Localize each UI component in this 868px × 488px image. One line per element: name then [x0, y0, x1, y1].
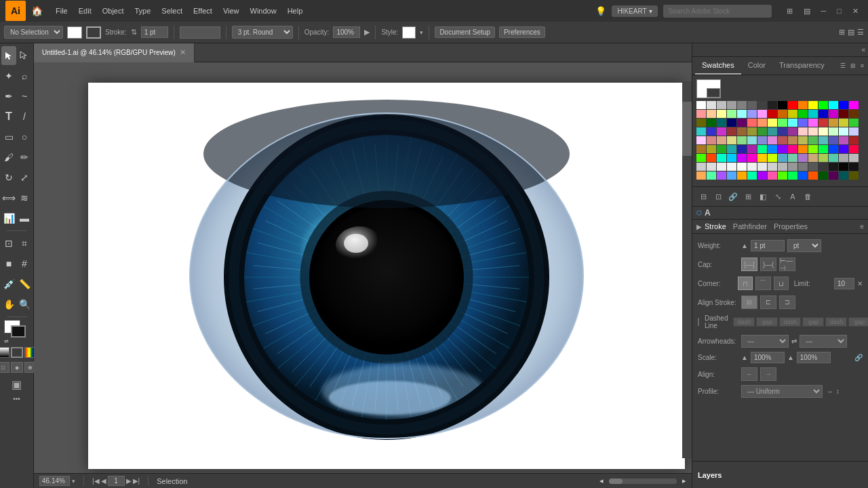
lasso-tool[interactable]: ⌕ [17, 66, 32, 85]
color-swatch-51[interactable] [727, 127, 736, 136]
width-tool[interactable]: ⟺ [1, 188, 16, 207]
color-swatch-140[interactable] [818, 171, 828, 180]
color-swatch-4[interactable] [737, 101, 747, 109]
color-swatch-17[interactable] [707, 110, 716, 118]
color-swatch-72[interactable] [778, 136, 787, 144]
color-swatch-12[interactable] [818, 101, 828, 109]
char-style-icon[interactable]: A [786, 190, 800, 203]
color-swatch-139[interactable] [808, 171, 818, 180]
color-swatch-42[interactable] [798, 119, 808, 127]
color-swatch-9[interactable] [788, 101, 797, 109]
gap1-input[interactable] [756, 317, 778, 327]
bar-graph-tool[interactable]: ▬ [17, 209, 32, 228]
swap-arrows-icon[interactable]: ⇄ [791, 338, 797, 345]
scale-up-icon-2[interactable]: ▲ [787, 354, 794, 361]
color-swatch-143[interactable] [849, 171, 859, 180]
color-swatch-16[interactable] [696, 110, 706, 118]
color-swatch-22[interactable] [757, 110, 767, 118]
rectangle-tool[interactable]: ▭ [1, 127, 16, 146]
preferences-button[interactable]: Preferences [499, 26, 545, 38]
color-swatch-59[interactable] [808, 127, 818, 136]
magic-wand-tool[interactable]: ✦ [1, 66, 16, 85]
color-swatch-3[interactable] [727, 101, 736, 109]
layers-icon[interactable]: ⊟ [696, 190, 710, 203]
color-swatch-54[interactable] [757, 127, 767, 136]
horizontal-scroll-thumb[interactable] [609, 479, 623, 484]
swatches-menu[interactable]: ≡ [859, 61, 865, 70]
color-swatch-84[interactable] [737, 145, 747, 153]
weight-unit-select[interactable]: pt [787, 239, 821, 252]
color-swatch-60[interactable] [818, 127, 828, 136]
color-swatch-74[interactable] [798, 136, 808, 144]
rotate-tool[interactable]: ↻ [1, 168, 16, 187]
color-swatch-78[interactable] [839, 136, 848, 144]
page-number-input[interactable] [108, 476, 125, 486]
color-swatch-108[interactable] [818, 154, 828, 162]
color-swatch-95[interactable] [849, 145, 859, 153]
scale-up-icon[interactable]: ▲ [741, 354, 748, 361]
color-swatch-25[interactable] [788, 110, 797, 118]
menu-effect[interactable]: Effect [189, 4, 217, 18]
color-swatch-73[interactable] [788, 136, 797, 144]
stroke-panel-menu[interactable]: ≡ [860, 223, 864, 230]
selection-tool[interactable] [1, 46, 16, 65]
color-swatch-118[interactable] [757, 163, 767, 171]
color-swatch-109[interactable] [829, 154, 838, 162]
pen-tool[interactable]: ✒ [1, 87, 16, 106]
color-swatch-97[interactable] [707, 154, 716, 162]
menu-view[interactable]: View [218, 4, 244, 18]
swatches-grid-view[interactable]: ⊞ [849, 61, 857, 70]
color-swatch-53[interactable] [747, 127, 757, 136]
color-swatch-85[interactable] [747, 145, 757, 153]
tab-transparency[interactable]: Transparency [772, 57, 831, 75]
color-swatch-116[interactable] [737, 163, 747, 171]
color-swatch-58[interactable] [798, 127, 808, 136]
color-swatch-7[interactable] [768, 101, 777, 109]
color-swatch-94[interactable] [839, 145, 848, 153]
color-swatch-52[interactable] [737, 127, 747, 136]
color-swatch-102[interactable] [757, 154, 767, 162]
direct-selection-tool[interactable] [17, 46, 32, 65]
color-swatch-15[interactable] [849, 101, 859, 109]
scale-link-icon[interactable]: 🔗 [854, 354, 863, 361]
color-swatch-90[interactable] [798, 145, 808, 153]
color-swatch-29[interactable] [829, 110, 838, 118]
layers-tab-label[interactable]: Layers [698, 471, 722, 479]
color-swatch-27[interactable] [808, 110, 818, 118]
align-outside-button[interactable]: ⊐ [779, 296, 795, 309]
scale-end-input[interactable] [797, 352, 831, 363]
draw-behind[interactable]: ◈ [11, 362, 23, 373]
gap3-input[interactable] [848, 317, 868, 327]
weight-input[interactable] [751, 240, 785, 251]
color-swatch-5[interactable] [747, 101, 757, 109]
stroke-color-box[interactable] [86, 26, 101, 39]
profile-select[interactable]: — Uniform [741, 385, 823, 398]
nav-last[interactable]: ▶| [133, 477, 140, 485]
swap-icon[interactable]: ⇄ [4, 338, 9, 344]
stroke-weight-input[interactable] [141, 26, 168, 38]
color-swatch-8[interactable] [778, 101, 787, 109]
color-swatch-91[interactable] [808, 145, 818, 153]
color-swatch-35[interactable] [727, 119, 736, 127]
scale-tool[interactable]: ⤢ [17, 168, 32, 187]
color-swatch-33[interactable] [707, 119, 716, 127]
menu-help[interactable]: Help [283, 4, 308, 18]
menu-window[interactable]: Window [245, 4, 281, 18]
canvas-wrapper[interactable] [34, 62, 692, 473]
column-graph-tool[interactable]: 📊 [1, 209, 16, 228]
color-swatch-47[interactable] [849, 119, 859, 127]
color-swatch-76[interactable] [818, 136, 828, 144]
color-swatch-132[interactable] [737, 171, 747, 180]
opacity-input[interactable] [333, 26, 360, 38]
color-swatch-48[interactable] [696, 127, 706, 136]
workspace-button[interactable]: HIKEART ▾ [612, 5, 657, 17]
color-swatch-142[interactable] [839, 171, 848, 180]
color-swatch-77[interactable] [829, 136, 838, 144]
color-swatch-34[interactable] [717, 119, 726, 127]
status-arrow-right[interactable]: ▸ [682, 476, 686, 485]
color-swatch-41[interactable] [788, 119, 797, 127]
color-swatch-45[interactable] [829, 119, 838, 127]
swatches-list-view[interactable]: ☰ [839, 61, 847, 70]
color-swatch-127[interactable] [849, 163, 859, 171]
color-swatch-106[interactable] [798, 154, 808, 162]
